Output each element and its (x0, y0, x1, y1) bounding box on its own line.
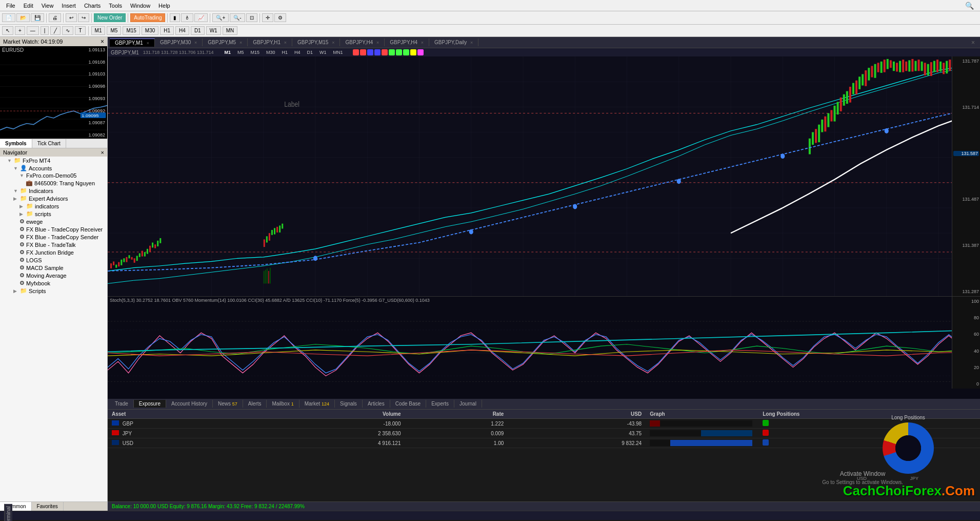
tab-signals[interactable]: Signals (335, 400, 363, 408)
chart-tf-m1[interactable]: M1 (222, 49, 233, 55)
autotrading-btn[interactable]: AutoTrading (130, 13, 165, 22)
tab-codebase[interactable]: Code Base (390, 400, 426, 408)
tf-d1[interactable]: D1 (191, 26, 205, 35)
zoom-in-btn[interactable]: 🔍+ (212, 13, 229, 22)
tab-articles[interactable]: Articles (363, 400, 390, 408)
chart-tab-close-2[interactable]: × (239, 40, 242, 45)
nav-fxblue-receiver[interactable]: ⚙ FX Blue - TradeCopy Receiver (0, 225, 107, 233)
crosshair2-btn[interactable]: + (15, 26, 25, 35)
menu-view[interactable]: View (37, 2, 58, 10)
new-order-btn[interactable]: New Order (94, 13, 126, 22)
dot-8[interactable] (403, 49, 409, 55)
nav-logs[interactable]: ⚙ LOGS (0, 256, 107, 264)
menu-insert[interactable]: Insert (57, 2, 80, 10)
nav-macd[interactable]: ⚙ MACD Sample (0, 264, 107, 272)
redo-btn[interactable]: ↪ (78, 13, 89, 22)
tab-journal[interactable]: Journal (454, 400, 482, 408)
tf-h4[interactable]: H4 (175, 26, 189, 35)
chart-tf-m15[interactable]: M15 (248, 49, 263, 55)
fit-btn[interactable]: ⊡ (246, 13, 257, 22)
menu-file[interactable]: File (2, 2, 19, 10)
chart-tab-7[interactable]: GBPJPY,Daily × (429, 38, 478, 46)
market-watch-close[interactable]: × (101, 38, 104, 45)
chart-tabs-close-all[interactable]: × (968, 38, 978, 47)
nav-account[interactable]: 💼 8465009: Trang Nguyen (0, 179, 107, 187)
tab-news[interactable]: News 57 (213, 400, 243, 408)
chart-tab-5[interactable]: GBPJPY,H4 × (340, 38, 385, 46)
chart-tf-m5[interactable]: M5 (235, 49, 247, 55)
search-icon[interactable]: 🔍 (961, 1, 978, 11)
chart-bar-btn[interactable]: ▮ (170, 13, 180, 22)
text-btn[interactable]: T (75, 26, 85, 35)
chart-tab-4[interactable]: GBPJPY,M15 × (292, 38, 340, 46)
chart-tab-close-4[interactable]: × (332, 40, 334, 45)
mw-tab-symbols[interactable]: Symbols (0, 139, 32, 148)
dot-4[interactable] (374, 49, 381, 55)
save-btn[interactable]: 💾 (31, 13, 44, 22)
tab-market[interactable]: Market 124 (299, 400, 335, 408)
nav-fxblue-sender[interactable]: ⚙ FX Blue - TradeCopy Sender (0, 233, 107, 241)
tab-alerts[interactable]: Alerts (243, 400, 267, 408)
tab-trade[interactable]: Trade (110, 400, 134, 408)
tf-m15[interactable]: M15 (123, 26, 139, 35)
crosshair-btn[interactable]: ✛ (262, 13, 273, 22)
chart-tab-close-7[interactable]: × (470, 40, 473, 45)
nav-fxpro-root[interactable]: ▼ 📁 FxPro MT4 (0, 157, 107, 164)
chart-tab-1[interactable]: GBPJPY,M30 × (155, 38, 203, 46)
chart-tab-close-1[interactable]: × (194, 40, 197, 45)
dot-2[interactable] (360, 49, 366, 55)
dot-6[interactable] (389, 49, 395, 55)
new-chart-btn[interactable]: 📄 (2, 13, 15, 22)
tf-m5[interactable]: M5 (107, 26, 121, 35)
dot-3[interactable] (367, 49, 373, 55)
nav-moving-avg[interactable]: ⚙ Moving Average (0, 272, 107, 279)
tf-m30[interactable]: M30 (142, 26, 158, 35)
print-btn[interactable]: 🖨 (49, 13, 61, 22)
zoom-out-btn[interactable]: 🔍- (230, 13, 245, 22)
chart-tab-close-6[interactable]: × (421, 40, 424, 45)
mw-tab-tick[interactable]: Tick Chart (32, 139, 66, 148)
chart-tf-h1[interactable]: H1 (279, 49, 291, 55)
chart-tab-3[interactable]: GBPJPY,H1 × (248, 38, 292, 46)
chart-tab-close-0[interactable]: × (147, 41, 149, 46)
chart-tab-close-3[interactable]: × (284, 40, 287, 45)
terminal-toggle[interactable]: Terminal (4, 504, 12, 521)
chart-tab-close-5[interactable]: × (376, 40, 379, 45)
tab-mailbox[interactable]: Mailbox 1 (267, 400, 299, 408)
nav-fxjunction[interactable]: ⚙ FX Junction Bridge (0, 248, 107, 256)
nav-close[interactable]: × (101, 149, 104, 156)
tf-mn[interactable]: MN (223, 26, 238, 35)
win-activate-line1[interactable]: Activate Window (822, 469, 903, 478)
tf-w1[interactable]: W1 (206, 26, 221, 35)
settings-btn[interactable]: ⚙ (274, 13, 286, 22)
nav-indicators[interactable]: ▼ 📁 Indicators (0, 187, 107, 195)
chart-tf-h4[interactable]: H4 (292, 49, 303, 55)
nav-scripts-inner[interactable]: ▶ 📁 scripts (0, 210, 107, 218)
chart-tf-m30[interactable]: M30 (264, 49, 278, 55)
dot-9[interactable] (410, 49, 416, 55)
tab-experts[interactable]: Experts (426, 400, 454, 408)
tab-account-history[interactable]: Account History (166, 400, 213, 408)
tf-m1[interactable]: M1 (91, 26, 106, 35)
nav-ind-indicators[interactable]: ▶ 📁 indicators (0, 202, 107, 210)
dot-1[interactable] (353, 49, 359, 55)
chart-tab-6[interactable]: GBPJPY,H4 × (385, 38, 429, 46)
cursor-btn[interactable]: ↖ (2, 26, 13, 35)
nav-ewege[interactable]: ⚙ ewege (0, 218, 107, 225)
menu-edit[interactable]: Edit (19, 2, 37, 10)
nav-myfxbook[interactable]: ⚙ Myfxbook (0, 279, 107, 287)
trendline-btn[interactable]: ╱ (50, 26, 61, 35)
tab-exposure[interactable]: Exposure (134, 400, 166, 408)
undo-btn[interactable]: ↩ (66, 13, 77, 22)
menu-charts[interactable]: Charts (80, 2, 105, 10)
nav-broker[interactable]: ▼ FxPro.com-Demo05 (0, 172, 107, 179)
nav-ea[interactable]: ▶ 📁 Expert Advisors (0, 195, 107, 202)
dot-7[interactable] (396, 49, 402, 55)
menu-tools[interactable]: Tools (105, 2, 126, 10)
dot-5[interactable] (382, 49, 388, 55)
chart-tab-0[interactable]: GBPJPY,M1 × (110, 38, 155, 47)
fib-btn[interactable]: ∿ (62, 26, 73, 35)
nav-tab-favorites[interactable]: Favorites (32, 502, 64, 511)
open-btn[interactable]: 📂 (16, 13, 30, 22)
hline-btn[interactable]: — (27, 26, 39, 35)
